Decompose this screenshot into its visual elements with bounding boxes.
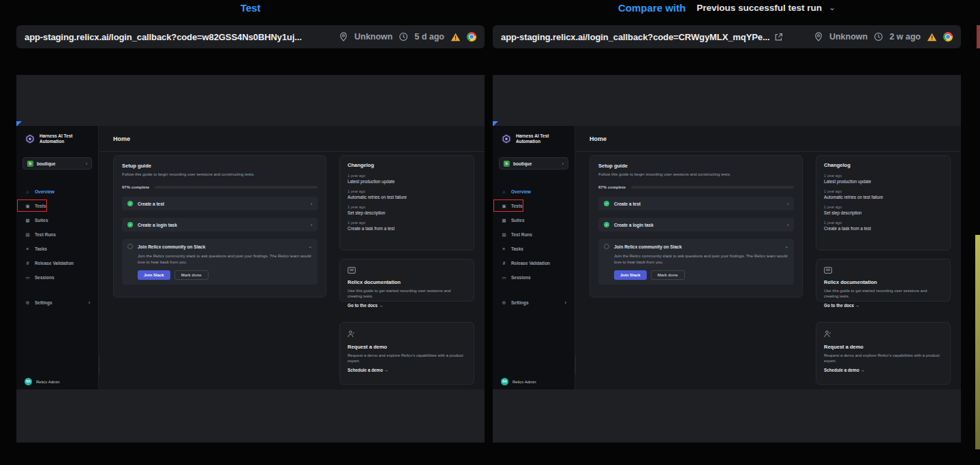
tests-highlight-box bbox=[493, 199, 523, 212]
changelog-text: Set step description bbox=[348, 210, 466, 215]
sidebar-item-settings[interactable]: ⚙ Settings › bbox=[493, 295, 575, 310]
project-name: boutique bbox=[37, 161, 82, 166]
sidebar-item-sessions[interactable]: ▭ Sessions bbox=[16, 270, 98, 285]
avatar: RA bbox=[501, 378, 508, 385]
tests-highlight-box bbox=[17, 199, 47, 212]
request-demo-card: Request a demo Request a demo and explor… bbox=[339, 322, 474, 385]
page-title: Home bbox=[589, 135, 607, 142]
sidebar-item-settings[interactable]: ⚙ Settings › bbox=[16, 295, 98, 310]
warning-icon bbox=[450, 33, 461, 42]
changelog-entry: 1 year ago Latest production update bbox=[348, 174, 466, 184]
sidebar-item-sessions[interactable]: ▭ Sessions bbox=[493, 270, 575, 285]
age-label: 2 w ago bbox=[889, 32, 921, 42]
sidebar-item-release-validation[interactable]: # Release Validation bbox=[493, 256, 575, 270]
changelog-entry: 1 year ago Create a task from a test bbox=[824, 221, 943, 231]
sidebar-item-suites[interactable]: ▦ Suites bbox=[493, 213, 575, 227]
sidebar-item-test-runs[interactable]: ▤ Test Runs bbox=[16, 227, 98, 242]
sidebar-item-tasks[interactable]: ≡ Tasks bbox=[493, 242, 575, 256]
sidebar-item-release-validation[interactable]: # Release Validation bbox=[16, 256, 98, 270]
age-label: 5 d ago bbox=[414, 32, 444, 42]
changelog-card: Changelog 1 year ago Latest production u… bbox=[816, 155, 951, 251]
changelog-entry: 1 year ago Create a task from a test bbox=[348, 221, 466, 231]
setup-guide-title: Setup guide bbox=[122, 163, 318, 169]
nav-label: Test Runs bbox=[511, 232, 532, 237]
nav-label: Overview bbox=[35, 189, 55, 194]
go-to-docs-link[interactable]: Go to the docs → bbox=[824, 303, 943, 308]
nav-label: Release Validation bbox=[35, 261, 74, 266]
settings-gear-icon: ⚙ bbox=[501, 300, 507, 306]
location-pin-icon bbox=[339, 32, 348, 42]
tasks-icon: ≡ bbox=[25, 246, 31, 251]
sidebar-item-suites[interactable]: ▦ Suites bbox=[16, 213, 98, 227]
documentation-card: Relicx documentation Use this guide to g… bbox=[339, 259, 474, 302]
app-sidebar: Harness AI Test Automation b boutique › … bbox=[493, 126, 575, 389]
docs-title: Relicx documentation bbox=[824, 279, 943, 285]
project-selector[interactable]: b boutique › bbox=[22, 157, 92, 170]
app-header: Home bbox=[576, 126, 961, 152]
checklist-item-create-test[interactable]: ✓ Create a test › bbox=[122, 197, 318, 210]
page-title: Home bbox=[113, 135, 130, 142]
chevron-right-icon: › bbox=[787, 223, 788, 227]
sessions-icon: ▭ bbox=[25, 275, 31, 280]
right-url-bar: app-staging.relicx.ai/login_callback?cod… bbox=[493, 25, 961, 48]
chevron-down-icon: ⌄ bbox=[308, 244, 312, 249]
slack-description: Join the Relicx community slack to ask q… bbox=[127, 253, 312, 266]
mark-done-button[interactable]: Mark done bbox=[174, 270, 209, 280]
checklist-item-join-slack[interactable]: Join Relicx community on Slack ⌄ Join th… bbox=[598, 239, 794, 285]
app-screenshot: Harness AI Test Automation b boutique › … bbox=[16, 126, 485, 389]
nav-label: Overview bbox=[511, 189, 531, 194]
go-to-docs-link[interactable]: Go to the docs → bbox=[348, 303, 466, 308]
clock-icon bbox=[874, 32, 883, 42]
sidebar-item-test-runs[interactable]: ▤ Test Runs bbox=[493, 227, 575, 242]
tests-icon: ▣ bbox=[25, 204, 31, 209]
test-comparison-view: Test Compare with Previous successful te… bbox=[0, 0, 980, 465]
project-name: boutique bbox=[513, 161, 559, 166]
clock-icon bbox=[399, 32, 408, 42]
setup-guide-subtitle: Follow this guide to begin recording use… bbox=[598, 172, 794, 177]
schedule-demo-link[interactable]: Schedule a demo → bbox=[348, 368, 466, 372]
compare-with-label: Compare with bbox=[618, 2, 686, 14]
unchecked-circle-icon bbox=[604, 244, 609, 249]
project-selector[interactable]: b boutique › bbox=[499, 157, 568, 170]
suites-icon: ▦ bbox=[501, 218, 507, 223]
sidebar-item-tests[interactable]: ▣ Tests bbox=[16, 199, 98, 213]
external-link-icon[interactable] bbox=[774, 33, 783, 42]
release-validation-icon: # bbox=[25, 261, 31, 266]
left-url[interactable]: app-staging.relicx.ai/login_callback?cod… bbox=[25, 32, 302, 42]
checklist-item-join-slack[interactable]: Join Relicx community on Slack ⌄ Join th… bbox=[122, 239, 318, 285]
left-url-bar: app-staging.relicx.ai/login_callback?cod… bbox=[16, 25, 485, 48]
project-icon: b bbox=[504, 161, 510, 167]
checklist-label: Create a test bbox=[138, 202, 306, 206]
checklist-item-create-login-task[interactable]: ✓ Create a login task › bbox=[598, 218, 794, 231]
location-label: Unknown bbox=[829, 32, 868, 42]
sidebar-item-tasks[interactable]: ≡ Tasks bbox=[16, 242, 98, 256]
setup-progress: 67% complete bbox=[598, 185, 794, 189]
chevron-right-icon: › bbox=[311, 202, 312, 206]
sidebar-item-overview[interactable]: ⌂ Overview bbox=[16, 185, 98, 199]
changelog-entry: 1 year ago Automatic retries on test fai… bbox=[348, 189, 466, 199]
documentation-card: Relicx documentation Use this guide to g… bbox=[816, 259, 951, 302]
join-slack-button[interactable]: Join Slack bbox=[138, 270, 170, 280]
checklist-item-create-test[interactable]: ✓ Create a test › bbox=[598, 197, 794, 210]
checklist-label: Create a test bbox=[614, 202, 782, 206]
checklist-item-create-login-task[interactable]: ✓ Create a login task › bbox=[122, 218, 318, 231]
chevron-right-icon: › bbox=[565, 300, 566, 305]
user-account[interactable]: RA Relicx Admin bbox=[501, 378, 536, 385]
user-account[interactable]: RA Relicx Admin bbox=[25, 378, 60, 385]
brand-name: Harness AI Test Automation bbox=[516, 133, 558, 145]
join-slack-button[interactable]: Join Slack bbox=[614, 270, 647, 280]
app-sidebar: Harness AI Test Automation b boutique › … bbox=[16, 126, 99, 389]
sidebar-item-tests[interactable]: ▣ Tests bbox=[493, 199, 575, 213]
harness-logo-icon bbox=[501, 133, 512, 147]
nav-label: Suites bbox=[35, 218, 48, 223]
chevron-right-icon: › bbox=[86, 161, 87, 166]
progress-label: 67% complete bbox=[122, 185, 149, 189]
mark-done-button[interactable]: Mark done bbox=[651, 270, 685, 280]
compare-run-selector[interactable]: Previous successful test run ⌄ bbox=[696, 3, 836, 13]
schedule-demo-link[interactable]: Schedule a demo → bbox=[824, 368, 943, 372]
right-url[interactable]: app-staging.relicx.ai/login_callback?cod… bbox=[501, 32, 769, 42]
chevron-right-icon: › bbox=[89, 300, 90, 305]
app-screenshot: Harness AI Test Automation b boutique › … bbox=[493, 126, 961, 389]
changelog-time: 1 year ago bbox=[824, 221, 943, 225]
sidebar-item-overview[interactable]: ⌂ Overview bbox=[493, 185, 575, 199]
